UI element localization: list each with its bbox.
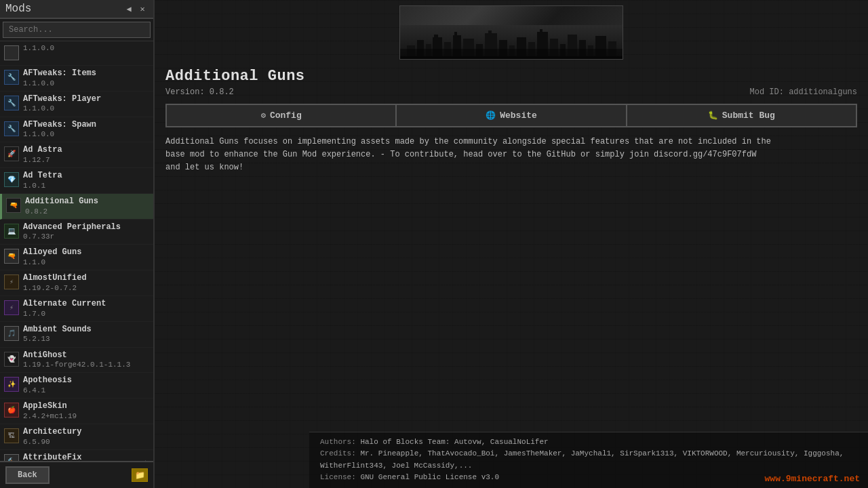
mod-version: 0.7.33r (23, 232, 149, 241)
mod-version: 1.19.2-0.7.2 (23, 284, 149, 293)
mod-info: AFTweaks: Items1.1.0.0 (23, 68, 149, 88)
mod-list-item[interactable]: 🔫Alloyed Guns1.1.0 (0, 245, 153, 270)
mod-version: 2.4.2+mc1.19 (23, 412, 149, 421)
mod-list-item[interactable]: 🔧AFTweaks: Spawn1.1.0.0 (0, 117, 153, 143)
config-icon: ⚙ (261, 110, 266, 121)
mod-list-item[interactable]: 💎Ad Tetra1.0.1 (0, 168, 153, 194)
mod-list-item[interactable]: 🔧AFTweaks: Items1.1.0.0 (0, 66, 153, 92)
config-button[interactable]: ⚙ Config (165, 104, 397, 127)
mod-icon: 🔧 (4, 96, 19, 110)
mod-list-item[interactable]: 👻AntiGhost1.19.1-forge42.0.1-1.1.3 (0, 348, 153, 373)
search-container (0, 19, 153, 41)
mod-name: Architectury (23, 427, 149, 438)
svg-rect-19 (540, 29, 542, 33)
mod-icon: ⚡ (4, 274, 19, 289)
mod-list-item[interactable]: 🚀Ad Astra1.12.7 (0, 142, 153, 168)
mod-icon (4, 45, 19, 60)
website-button[interactable]: 🌐 Website (397, 104, 627, 127)
submit-bug-button[interactable]: 🐛 Submit Bug (627, 104, 857, 127)
watermark: www.9minecraft.net (765, 474, 860, 484)
close-icon[interactable]: ✕ (137, 3, 148, 14)
action-buttons: ⚙ Config 🌐 Website 🐛 Submit Bug (165, 104, 857, 127)
mod-name: AntiGhost (23, 350, 149, 361)
mod-info: Architectury6.5.90 (23, 427, 149, 447)
mod-info: Alloyed Guns1.1.0 (23, 247, 149, 267)
mod-list-item[interactable]: 🍎AppleSkin2.4.2+mc1.19 (0, 399, 153, 424)
mod-list-item[interactable]: 🔨AttributeFix17.2.7▶ (0, 450, 153, 461)
sidebar-title: Mods (5, 3, 31, 15)
mod-info: AttributeFix17.2.7 (23, 453, 145, 461)
website-icon: 🌐 (486, 110, 496, 121)
mod-version: 1.19.1-forge42.0.1-1.1.3 (23, 361, 149, 369)
mod-info: Apotheosis6.4.1 (23, 375, 149, 395)
mod-info: Additional Guns0.8.2 (25, 197, 149, 216)
sidebar-footer: Back 📁 (0, 461, 153, 488)
mod-name: AlmostUnified (23, 273, 149, 284)
bug-icon: 🐛 (708, 110, 718, 121)
mod-name: Alloyed Guns (23, 247, 149, 258)
svg-rect-28 (400, 49, 623, 59)
sidebar: Mods ◀ ✕ 1.1.0.0🔧AFTweaks: Items1.1.0.0🔧… (0, 0, 155, 488)
mod-name: AFTweaks: Items (23, 68, 149, 79)
mod-icon: 🔫 (6, 198, 21, 213)
mod-version: 1.7.0 (23, 310, 149, 319)
back-button[interactable]: Back (5, 466, 50, 484)
mod-name: AttributeFix (23, 453, 145, 461)
mod-icon: 🔨 (4, 454, 19, 461)
banner-area (155, 0, 868, 62)
mod-list-item[interactable]: 🔧AFTweaks: Player1.1.0.0 (0, 92, 153, 117)
authors-line: Authors: Halo of Blocks Team: Autovw, Ca… (320, 436, 857, 449)
mod-info: AntiGhost1.19.1-forge42.0.1-1.1.3 (23, 350, 149, 370)
mod-info: AppleSkin2.4.2+mc1.19 (23, 401, 149, 421)
mod-detail: Additional Guns Version: 0.8.2 Mod ID: a… (155, 62, 868, 488)
mod-icon: 🏗 (4, 428, 19, 443)
mod-name: Apotheosis (23, 375, 149, 386)
mod-info: 1.1.0.0 (23, 44, 149, 53)
mod-icon: 🔧 (4, 121, 19, 136)
mod-name: Ad Astra (23, 145, 149, 156)
mods-list[interactable]: 1.1.0.0🔧AFTweaks: Items1.1.0.0🔧AFTweaks:… (0, 41, 153, 461)
mod-info: Ad Tetra1.0.1 (23, 171, 149, 190)
folder-icon[interactable]: 📁 (132, 468, 148, 482)
mod-version: 1.1.0.0 (23, 104, 149, 113)
mod-version: 1.1.0.0 (23, 79, 149, 88)
mod-list-item[interactable]: 💻Advanced Peripherals0.7.33r (0, 220, 153, 245)
submit-bug-label: Submit Bug (722, 110, 775, 121)
mod-name: Alternate Current (23, 299, 149, 310)
mod-list-item[interactable]: ✨Apotheosis6.4.1 (0, 373, 153, 399)
mod-icon: 🚀 (4, 146, 19, 161)
search-input[interactable] (3, 22, 151, 38)
mod-version: 1.1.0.0 (23, 44, 149, 53)
banner-image (399, 5, 623, 60)
mod-icon: 👻 (4, 352, 19, 367)
mod-version: 1.1.0.0 (23, 130, 149, 139)
mod-version: 0.8.2 (25, 207, 149, 216)
mod-description: Additional Guns focuses on implementing … (165, 136, 776, 175)
mod-info: Advanced Peripherals0.7.33r (23, 222, 149, 242)
mod-version: 1.0.1 (23, 182, 149, 190)
mod-arrow-icon: ▶ (145, 458, 149, 461)
mod-version: 1.12.7 (23, 156, 149, 165)
svg-rect-13 (488, 30, 492, 34)
credits-line: Credits: Mr. Pineapple, ThatAvocado_Boi,… (320, 448, 857, 472)
mod-version-text: Version: 0.8.2 (165, 87, 234, 97)
mod-icon: 🎵 (4, 326, 19, 341)
mod-version: 6.5.90 (23, 438, 149, 447)
mod-list-item[interactable]: 🏗Architectury6.5.90 (0, 424, 153, 450)
mod-list-item[interactable]: 🔫Additional Guns0.8.2 (0, 194, 153, 220)
mod-list-item[interactable]: 1.1.0.0 (0, 41, 153, 66)
mod-info: AFTweaks: Player1.1.0.0 (23, 94, 149, 114)
collapse-icon[interactable]: ◀ (123, 3, 134, 14)
mod-version: 1.1.0 (23, 258, 149, 267)
mod-info: Ad Astra1.12.7 (23, 145, 149, 165)
mod-list-item[interactable]: ⚡Alternate Current1.7.0 (0, 296, 153, 322)
main-content: Additional Guns Version: 0.8.2 Mod ID: a… (155, 0, 868, 488)
mod-list-item[interactable]: 🎵Ambient Sounds5.2.13 (0, 322, 153, 348)
mod-list-item[interactable]: ⚡AlmostUnified1.19.2-0.7.2 (0, 270, 153, 296)
mod-icon: ✨ (4, 377, 19, 392)
mod-title: Additional Guns (165, 68, 857, 85)
mod-name: Ad Tetra (23, 171, 149, 182)
mod-icon: 💻 (4, 224, 19, 239)
mod-icon: 💎 (4, 172, 19, 187)
mod-icon: 🔧 (4, 70, 19, 85)
